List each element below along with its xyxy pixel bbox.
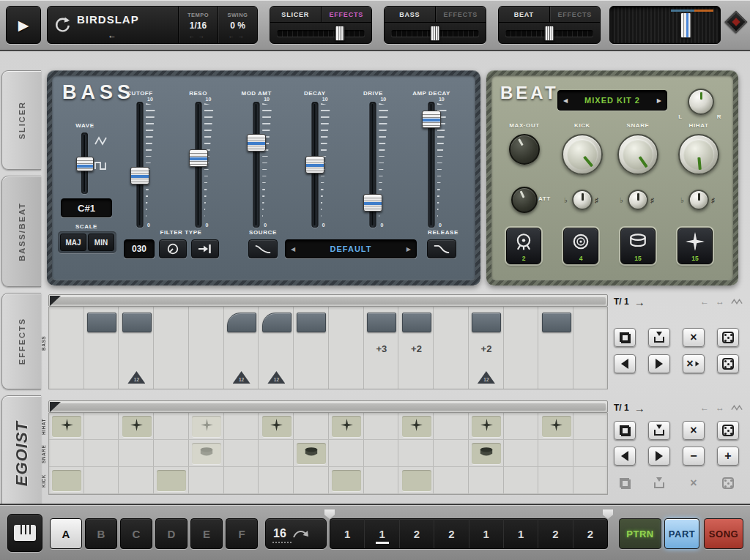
reverse-icon[interactable]: ← [700,403,709,413]
tab-effects[interactable]: EFFECTS [549,7,601,22]
source-dropdown[interactable]: ◀ DEFAULT ▶ [285,239,417,258]
swing-control[interactable]: SWING 0 % ←→ [218,7,257,43]
dropdown-right-icon[interactable]: ▶ [406,246,411,253]
chain-step-2[interactable]: 1 [364,519,398,548]
bass-note-step-15[interactable] [542,313,571,332]
play-button[interactable]: ▶ [6,6,41,44]
fader-handle[interactable] [363,194,382,212]
pattern-slot-e[interactable]: E [190,518,223,549]
plus-button[interactable]: + [717,447,739,466]
hihat-step-13[interactable] [472,416,501,437]
minus-button[interactable]: − [683,447,705,466]
repeat-marker[interactable]: 12 [267,371,285,384]
crossfade-slider[interactable] [277,23,365,43]
pingpong-icon[interactable]: ↔ [716,296,724,307]
root-note-display[interactable]: C#1 [61,198,112,217]
swing-arrows-icon[interactable]: ←→ [229,33,248,40]
tab-slicer[interactable]: SLICER [270,7,321,22]
delete-jump-button[interactable]: × [683,354,705,373]
tempo-arrows-icon[interactable]: ←→ [189,33,208,40]
filter-dial-button[interactable] [159,239,187,258]
crossfade-slider[interactable] [505,23,593,43]
kick-knob[interactable] [562,134,603,175]
kick-step-9[interactable] [332,470,361,491]
drum-pad-tom[interactable]: 4 [563,228,598,264]
fader-handle[interactable] [189,149,208,167]
sidebar-item-effects[interactable]: EFFECTS [1,293,41,389]
kit-left-icon[interactable]: ◀ [563,97,568,104]
hihat-step-3[interactable] [122,416,152,437]
chain-step-6[interactable]: 1 [503,519,538,548]
repeat-marker[interactable]: 12 [233,371,250,384]
hihat-step-15[interactable] [542,416,571,437]
hihat-tune-knob[interactable] [688,190,709,210]
filter-route-button[interactable] [191,239,219,258]
crossfade-handle[interactable] [431,26,440,41]
kick-step-4[interactable] [157,470,186,491]
fader-handle[interactable] [305,156,324,173]
snare-step-8[interactable] [297,443,326,464]
snare-step-5[interactable] [192,443,221,464]
release-curve-button[interactable] [427,239,456,258]
beat-seq-scrollbar[interactable] [48,400,608,413]
tab-beat[interactable]: BEAT [499,7,549,22]
bass-note-step-10[interactable] [367,313,396,332]
tab-bass[interactable]: BASS [385,7,435,22]
repeat-marker[interactable]: 12 [478,371,495,384]
dice-button[interactable] [717,474,739,493]
preset-display[interactable]: BIRDSLAP ← [77,7,178,43]
chain-step-1[interactable]: 1 [330,519,364,548]
snare-knob[interactable] [617,134,658,175]
paste-button[interactable] [648,328,670,347]
play-direction-icon[interactable]: → [634,296,694,308]
shift-left-button[interactable] [614,447,636,466]
reverse-icon[interactable]: ← [700,296,709,307]
kick-step-1[interactable] [52,470,81,491]
volume-handle[interactable] [680,12,691,38]
kit-right-icon[interactable]: ▶ [657,97,661,104]
paste-button[interactable] [648,474,670,493]
dice-button[interactable] [717,328,739,347]
chain-step-8[interactable]: 2 [573,519,607,548]
pattern-length-button[interactable]: 16 [265,518,327,549]
scale-maj-button[interactable]: MAJ [60,234,86,251]
bass-note-step-11[interactable] [402,313,431,332]
pattern-slot-c[interactable]: C [120,518,152,549]
copy-button[interactable] [614,421,636,440]
delete-button[interactable]: × [683,328,705,347]
hihat-knob[interactable] [678,134,719,175]
pan-knob[interactable] [688,89,714,115]
chain-step-3[interactable]: 2 [399,519,434,548]
pattern-slot-b[interactable]: B [85,518,117,549]
fader-track[interactable] [253,102,260,228]
ptrn-mode-button[interactable]: PTRN [619,518,661,549]
pattern-slot-a[interactable]: A [50,518,82,549]
random-walk-icon[interactable] [731,295,743,308]
chain-step-7[interactable]: 2 [538,519,572,548]
hihat-step-9[interactable] [332,416,361,437]
transpose-value[interactable]: T/ 1 [614,403,629,413]
shift-right-button[interactable] [648,354,670,373]
chain-step-5[interactable]: 1 [469,519,503,548]
dropdown-left-icon[interactable]: ◀ [291,246,295,253]
volume-slider[interactable] [609,6,721,44]
keyboard-button[interactable] [7,514,42,552]
hihat-step-1[interactable] [52,416,81,437]
snare-step-13[interactable] [472,443,501,464]
crossfade-slider[interactable] [391,23,479,43]
paste-button[interactable] [648,421,670,440]
source-curve-button[interactable] [248,239,278,258]
dice-button[interactable] [717,421,739,440]
kit-dropdown[interactable]: ◀ MIXED KIT 2 ▶ [557,90,667,111]
pingpong-icon[interactable]: ↔ [716,403,724,413]
tempo-control[interactable]: TEMPO 1/16 ←→ [178,7,218,43]
bass-note-step-3[interactable] [122,313,152,332]
hihat-step-7[interactable] [262,416,292,437]
copy-button[interactable] [614,474,636,493]
wave-handle[interactable] [76,157,94,171]
beat-step-grid[interactable] [48,413,608,495]
pattern-slot-d[interactable]: D [155,518,188,549]
tab-effects[interactable]: EFFECTS [321,7,372,22]
shift-right-button[interactable] [648,447,670,466]
att-knob[interactable] [511,187,538,213]
